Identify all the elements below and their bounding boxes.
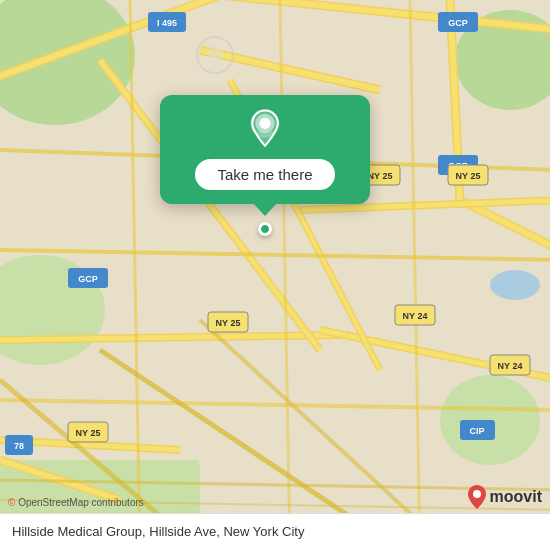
map-background: I 495 I 295 GCP GCP GCP NY 25 NY 25 NY 2… (0, 0, 550, 550)
moovit-text: moovit (490, 488, 542, 506)
svg-text:NY 25: NY 25 (216, 318, 241, 328)
svg-text:NY 24: NY 24 (498, 361, 523, 371)
svg-text:NY 24: NY 24 (403, 311, 428, 321)
svg-text:I 495: I 495 (157, 18, 177, 28)
location-pin-icon (245, 109, 285, 149)
map-container: I 495 I 295 GCP GCP GCP NY 25 NY 25 NY 2… (0, 0, 550, 550)
svg-point-69 (207, 47, 223, 63)
svg-text:CIP: CIP (469, 426, 484, 436)
svg-text:78: 78 (14, 441, 24, 451)
svg-text:NY 25: NY 25 (368, 171, 393, 181)
copyright-text: © OpenStreetMap contributors (8, 497, 144, 508)
svg-text:GCP: GCP (78, 274, 98, 284)
map-marker (258, 222, 272, 236)
moovit-pin-icon (467, 484, 487, 510)
popup-card: Take me there (160, 95, 370, 204)
take-me-there-button[interactable]: Take me there (195, 159, 334, 190)
svg-text:NY 25: NY 25 (456, 171, 481, 181)
svg-text:GCP: GCP (448, 18, 468, 28)
svg-point-75 (473, 490, 481, 498)
svg-text:NY 25: NY 25 (76, 428, 101, 438)
location-name: Hillside Medical Group, Hillside Ave, Ne… (12, 524, 304, 539)
svg-point-6 (490, 270, 540, 300)
info-bar: Hillside Medical Group, Hillside Ave, Ne… (0, 513, 550, 550)
moovit-logo: moovit (467, 484, 542, 510)
svg-point-74 (260, 119, 270, 129)
